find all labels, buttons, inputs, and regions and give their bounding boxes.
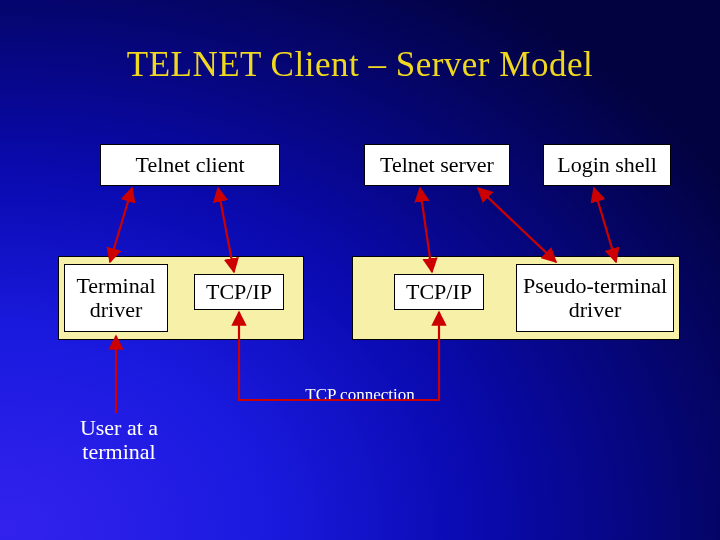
svg-line-3	[478, 188, 556, 262]
box-tcpip-left: TCP/IP	[194, 274, 284, 310]
box-login-shell: Login shell	[543, 144, 671, 186]
box-pseudo-driver: Pseudo-terminal driver	[516, 264, 674, 332]
box-tcpip-right: TCP/IP	[394, 274, 484, 310]
label-user-at-terminal: User at a terminal	[64, 416, 174, 464]
box-terminal-driver: Terminal driver	[64, 264, 168, 332]
slide: TELNET Client – Server Model Telnet clie…	[0, 0, 720, 540]
svg-line-4	[594, 188, 616, 262]
svg-line-0	[110, 188, 132, 262]
box-telnet-server: Telnet server	[364, 144, 510, 186]
slide-title: TELNET Client – Server Model	[0, 45, 720, 85]
label-tcp-connection: TCP connection	[290, 386, 430, 405]
box-telnet-client: Telnet client	[100, 144, 280, 186]
